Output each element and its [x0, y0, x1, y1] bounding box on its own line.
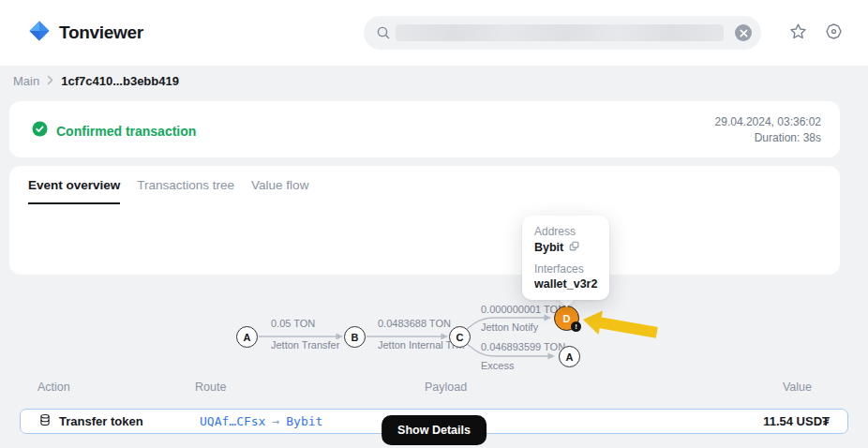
tooltip-address-value: Bybit — [534, 241, 563, 254]
graph-node-a[interactable]: A — [236, 326, 258, 348]
tooltip-address-label: Address — [534, 225, 597, 238]
yellow-arrow-annotation — [581, 307, 659, 344]
brand-name: Tonviewer — [59, 22, 143, 43]
database-icon — [38, 413, 52, 429]
action-label: Transfer token — [59, 414, 143, 428]
event-card: Event overview Transactions tree Value f… — [9, 166, 840, 275]
breadcrumb-main-link[interactable]: Main — [13, 74, 39, 88]
settings-button[interactable] — [823, 22, 844, 43]
graph-node-d-highlighted[interactable]: D ! — [554, 306, 579, 331]
route-arrow: → — [272, 414, 279, 428]
favorites-button[interactable] — [787, 22, 808, 43]
edge-label: Jetton Transfer — [271, 339, 339, 351]
search-clear-button[interactable] — [735, 24, 752, 41]
edge-amount: 0.000000001 TON — [481, 304, 565, 315]
edge-label: Jetton Notify — [481, 321, 538, 333]
route-to-address-link[interactable]: Bybit — [286, 414, 322, 428]
edge-label: Excess — [481, 360, 514, 371]
edge-amount: 0.0483688 TON — [378, 318, 451, 329]
tooltip-interfaces-label: Interfaces — [534, 262, 597, 276]
node-letter: D — [563, 313, 571, 324]
tab-bar: Event overview Transactions tree Value f… — [9, 166, 840, 204]
transaction-status-card: Confirmed transaction 29.04.2024, 03:36:… — [9, 101, 840, 157]
transaction-duration: Duration: 38s — [715, 130, 821, 146]
tab-value-flow[interactable]: Value flow — [251, 178, 308, 204]
tab-transactions-tree[interactable]: Transactions tree — [137, 178, 234, 204]
address-tooltip: Address Bybit Interfaces wallet_v3r2 — [522, 216, 609, 300]
settings-icon — [824, 22, 844, 45]
tonviewer-logo-icon — [28, 20, 51, 46]
show-details-button[interactable]: Show Details — [382, 415, 486, 445]
search-input[interactable] — [364, 16, 761, 50]
graph-node-c[interactable]: C — [449, 326, 471, 348]
star-icon — [788, 22, 808, 45]
copy-icon[interactable] — [568, 240, 580, 255]
status-text: Confirmed transaction — [56, 124, 196, 139]
transfer-value: 11.54 USD₮ — [763, 410, 830, 433]
chevron-right-icon — [47, 74, 53, 88]
tooltip-interfaces-value: wallet_v3r2 — [534, 277, 597, 291]
check-circle-icon — [32, 121, 48, 141]
graph-node-b[interactable]: B — [344, 326, 366, 348]
edge-amount: 0.046893599 TON — [481, 341, 565, 352]
search-redacted-text — [396, 24, 724, 41]
route-from-address-link[interactable]: UQAf…CFsx — [200, 414, 265, 428]
edge-amount: 0.05 TON — [271, 318, 315, 329]
transaction-graph: 0.05 TON Jetton Transfer 0.0483688 TON J… — [0, 281, 868, 403]
search-icon — [376, 25, 391, 44]
brand[interactable]: Tonviewer — [28, 20, 143, 46]
exclamation-icon: ! — [571, 321, 581, 332]
breadcrumb: Main 1cf7c410...b3ebb419 — [13, 74, 179, 88]
transaction-timestamp: 29.04.2024, 03:36:02 — [715, 114, 821, 130]
breadcrumb-transaction-hash: 1cf7c410...b3ebb419 — [61, 74, 179, 88]
top-bar: Tonviewer — [0, 0, 868, 66]
tab-event-overview[interactable]: Event overview — [28, 178, 120, 204]
graph-node-a2[interactable]: A — [559, 346, 580, 367]
